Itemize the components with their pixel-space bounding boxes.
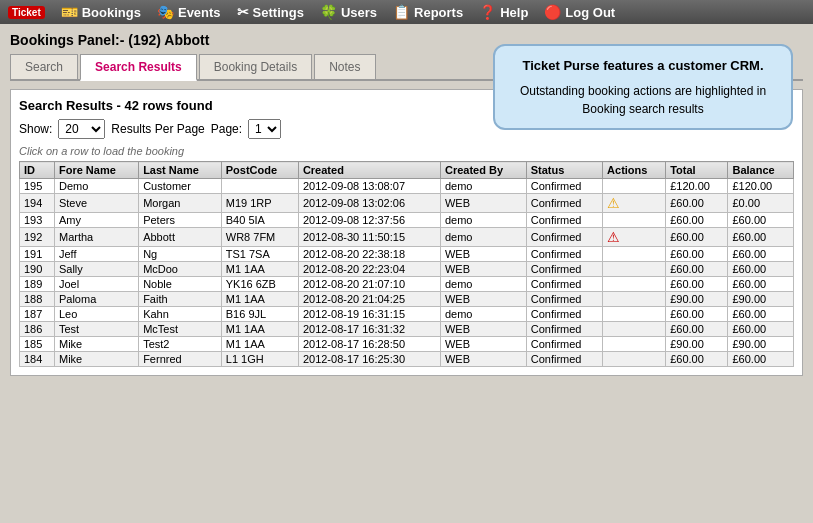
tab-notes[interactable]: Notes xyxy=(314,54,375,79)
cell-last-name: Customer xyxy=(139,179,222,194)
cell-total: £90.00 xyxy=(666,337,728,352)
nav-users[interactable]: 🍀 Users xyxy=(320,4,377,20)
cell-created-by: demo xyxy=(440,213,526,228)
table-row[interactable]: 187 Leo Kahn B16 9JL 2012-08-19 16:31:15… xyxy=(20,307,794,322)
events-icon: 🎭 xyxy=(157,4,174,20)
cell-postcode: M1 1AA xyxy=(221,322,298,337)
col-balance: Balance xyxy=(728,162,794,179)
col-actions: Actions xyxy=(603,162,666,179)
cell-postcode: TS1 7SA xyxy=(221,247,298,262)
table-row[interactable]: 188 Paloma Faith M1 1AA 2012-08-20 21:04… xyxy=(20,292,794,307)
cell-created: 2012-08-20 22:23:04 xyxy=(298,262,440,277)
cell-id: 188 xyxy=(20,292,55,307)
cell-fore-name: Leo xyxy=(54,307,138,322)
cell-total: £60.00 xyxy=(666,277,728,292)
cell-id: 191 xyxy=(20,247,55,262)
nav-bookings[interactable]: 🎫 Bookings xyxy=(61,4,141,20)
cell-status: Confirmed xyxy=(526,322,602,337)
table-row[interactable]: 193 Amy Peters B40 5IA 2012-09-08 12:37:… xyxy=(20,213,794,228)
table-row[interactable]: 190 Sally McDoo M1 1AA 2012-08-20 22:23:… xyxy=(20,262,794,277)
nav-settings[interactable]: ✂ Settings xyxy=(237,4,304,20)
cell-fore-name: Joel xyxy=(54,277,138,292)
cell-status: Confirmed xyxy=(526,213,602,228)
cell-created: 2012-08-17 16:25:30 xyxy=(298,352,440,367)
cell-postcode: WR8 7FM xyxy=(221,228,298,247)
reports-icon: 📋 xyxy=(393,4,410,20)
cell-created: 2012-09-08 13:02:06 xyxy=(298,194,440,213)
cell-id: 187 xyxy=(20,307,55,322)
nav-logout[interactable]: 🔴 Log Out xyxy=(544,4,615,20)
cell-created: 2012-08-19 16:31:15 xyxy=(298,307,440,322)
cell-created-by: demo xyxy=(440,307,526,322)
table-row[interactable]: 192 Martha Abbott WR8 7FM 2012-08-30 11:… xyxy=(20,228,794,247)
results-section: Search Results - 42 rows found Show: 20 … xyxy=(10,89,803,376)
cell-created-by: WEB xyxy=(440,194,526,213)
cell-id: 186 xyxy=(20,322,55,337)
cell-status: Confirmed xyxy=(526,307,602,322)
cell-created: 2012-08-20 22:38:18 xyxy=(298,247,440,262)
cell-balance: £60.00 xyxy=(728,307,794,322)
cell-actions xyxy=(603,277,666,292)
cell-actions xyxy=(603,352,666,367)
col-postcode: PostCode xyxy=(221,162,298,179)
cell-postcode xyxy=(221,179,298,194)
cell-last-name: Noble xyxy=(139,277,222,292)
top-navigation: Ticket 🎫 Bookings 🎭 Events ✂ Settings 🍀 … xyxy=(0,0,813,24)
cell-created-by: demo xyxy=(440,179,526,194)
table-row[interactable]: 194 Steve Morgan M19 1RP 2012-09-08 13:0… xyxy=(20,194,794,213)
cell-id: 193 xyxy=(20,213,55,228)
page-select[interactable]: 1 2 3 xyxy=(248,119,281,139)
cell-actions: ⚠ xyxy=(603,228,666,247)
nav-reports[interactable]: 📋 Reports xyxy=(393,4,463,20)
tab-booking-details[interactable]: Booking Details xyxy=(199,54,312,79)
cell-created-by: demo xyxy=(440,277,526,292)
tooltip-balloon: Ticket Purse features a customer CRM. Ou… xyxy=(493,44,793,130)
col-status: Status xyxy=(526,162,602,179)
table-row[interactable]: 185 Mike Test2 M1 1AA 2012-08-17 16:28:5… xyxy=(20,337,794,352)
cell-status: Confirmed xyxy=(526,352,602,367)
cell-last-name: McDoo xyxy=(139,262,222,277)
cell-fore-name: Demo xyxy=(54,179,138,194)
cell-postcode: M1 1AA xyxy=(221,262,298,277)
nav-events[interactable]: 🎭 Events xyxy=(157,4,221,20)
table-row[interactable]: 191 Jeff Ng TS1 7SA 2012-08-20 22:38:18 … xyxy=(20,247,794,262)
cell-status: Confirmed xyxy=(526,337,602,352)
settings-icon: ✂ xyxy=(237,4,249,20)
cell-last-name: Abbott xyxy=(139,228,222,247)
cell-status: Confirmed xyxy=(526,292,602,307)
cell-created: 2012-08-17 16:28:50 xyxy=(298,337,440,352)
table-row[interactable]: 195 Demo Customer 2012-09-08 13:08:07 de… xyxy=(20,179,794,194)
cell-balance: £60.00 xyxy=(728,277,794,292)
cell-created-by: WEB xyxy=(440,247,526,262)
cell-postcode: B40 5IA xyxy=(221,213,298,228)
cell-fore-name: Test xyxy=(54,322,138,337)
cell-created-by: demo xyxy=(440,228,526,247)
cell-status: Confirmed xyxy=(526,194,602,213)
cell-fore-name: Steve xyxy=(54,194,138,213)
tab-search[interactable]: Search xyxy=(10,54,78,79)
cell-last-name: Fernred xyxy=(139,352,222,367)
cell-fore-name: Jeff xyxy=(54,247,138,262)
cell-actions: ⚠ xyxy=(603,194,666,213)
page-content: Bookings Panel:- (192) Abbott Search Sea… xyxy=(0,24,813,384)
cell-actions xyxy=(603,247,666,262)
table-row[interactable]: 186 Test McTest M1 1AA 2012-08-17 16:31:… xyxy=(20,322,794,337)
cell-total: £60.00 xyxy=(666,322,728,337)
table-row[interactable]: 189 Joel Noble YK16 6ZB 2012-08-20 21:07… xyxy=(20,277,794,292)
nav-help[interactable]: ❓ Help xyxy=(479,4,528,20)
cell-fore-name: Sally xyxy=(54,262,138,277)
table-row[interactable]: 184 Mike Fernred L1 1GH 2012-08-17 16:25… xyxy=(20,352,794,367)
click-hint: Click on a row to load the booking xyxy=(19,145,794,157)
cell-created-by: WEB xyxy=(440,262,526,277)
results-table: ID Fore Name Last Name PostCode Created … xyxy=(19,161,794,367)
warning-icon: ⚠ xyxy=(607,195,620,211)
error-icon: ⚠ xyxy=(607,229,620,245)
cell-balance: £90.00 xyxy=(728,337,794,352)
tooltip-body: Outstanding booking actions are highligh… xyxy=(509,82,777,118)
cell-actions xyxy=(603,179,666,194)
cell-total: £90.00 xyxy=(666,292,728,307)
help-icon: ❓ xyxy=(479,4,496,20)
tab-search-results[interactable]: Search Results xyxy=(80,54,197,81)
cell-created-by: WEB xyxy=(440,322,526,337)
per-page-select[interactable]: 20 50 100 xyxy=(58,119,105,139)
